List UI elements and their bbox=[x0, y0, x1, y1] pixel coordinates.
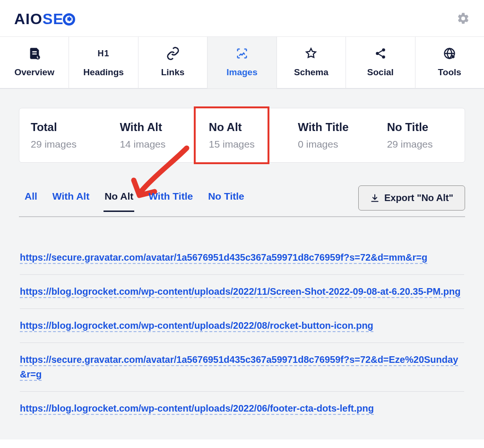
stat-sub: 29 images bbox=[31, 139, 97, 150]
tab-tools[interactable]: Tools bbox=[415, 37, 484, 88]
images-panel: Total 29 images With Alt 14 images No Al… bbox=[0, 89, 484, 439]
main-tabs: Overview H1 Headings Links Images Schema… bbox=[0, 37, 484, 89]
download-icon bbox=[370, 193, 380, 203]
svg-point-3 bbox=[382, 55, 385, 59]
tab-label: Headings bbox=[83, 67, 124, 78]
stat-title: With Alt bbox=[120, 121, 186, 134]
stat-sub: 29 images bbox=[387, 139, 453, 150]
logo-part-aio: AIO bbox=[14, 10, 43, 28]
settings-button[interactable] bbox=[457, 12, 470, 27]
logo-part-se: SE bbox=[43, 10, 64, 28]
filter-with-title[interactable]: With Title bbox=[147, 191, 194, 212]
link-icon bbox=[166, 46, 180, 61]
url-link[interactable]: https://blog.logrocket.com/wp-content/up… bbox=[20, 320, 373, 332]
tab-label: Tools bbox=[438, 67, 461, 78]
tab-label: Social bbox=[367, 67, 394, 78]
stat-title: With Title bbox=[298, 121, 364, 134]
svg-point-1 bbox=[382, 48, 385, 52]
list-item: https://secure.gravatar.com/avatar/1a567… bbox=[20, 343, 464, 392]
globe-icon bbox=[442, 46, 457, 61]
list-item: https://blog.logrocket.com/wp-content/up… bbox=[20, 275, 464, 309]
svg-point-0 bbox=[35, 55, 40, 60]
export-label: Export "No Alt" bbox=[384, 193, 453, 203]
stat-title: No Title bbox=[387, 121, 453, 134]
tab-label: Images bbox=[226, 67, 257, 78]
share-icon bbox=[373, 46, 388, 61]
stat-no-alt[interactable]: No Alt 15 images bbox=[198, 119, 286, 152]
url-link[interactable]: https://secure.gravatar.com/avatar/1a567… bbox=[20, 354, 458, 381]
stat-sub: 0 images bbox=[298, 139, 364, 150]
logo: AIOSE bbox=[14, 10, 75, 28]
filter-tabs: All With Alt No Alt With Title No Title bbox=[19, 191, 250, 211]
image-icon bbox=[235, 46, 249, 61]
overview-icon bbox=[27, 46, 42, 61]
tab-overview[interactable]: Overview bbox=[0, 37, 69, 88]
logo-gear-icon bbox=[63, 13, 75, 26]
tab-social[interactable]: Social bbox=[346, 37, 415, 88]
filter-no-title[interactable]: No Title bbox=[207, 191, 245, 212]
stat-title: Total bbox=[31, 121, 97, 134]
stat-sub: 14 images bbox=[120, 139, 186, 150]
tab-label: Overview bbox=[14, 67, 54, 78]
list-item: https://blog.logrocket.com/wp-content/up… bbox=[20, 309, 464, 343]
list-item: https://blog.logrocket.com/wp-content/up… bbox=[20, 392, 464, 425]
tab-schema[interactable]: Schema bbox=[277, 37, 346, 88]
stat-sub: 15 images bbox=[209, 139, 275, 150]
stat-no-title[interactable]: No Title 29 images bbox=[376, 119, 465, 152]
filter-row: All With Alt No Alt With Title No Title … bbox=[19, 185, 465, 217]
svg-point-2 bbox=[376, 52, 379, 55]
list-item: https://secure.gravatar.com/avatar/1a567… bbox=[20, 241, 464, 275]
tab-headings[interactable]: H1 Headings bbox=[69, 37, 138, 88]
stat-with-alt[interactable]: With Alt 14 images bbox=[108, 119, 197, 152]
image-stats-card: Total 29 images With Alt 14 images No Al… bbox=[19, 108, 465, 163]
stat-total[interactable]: Total 29 images bbox=[19, 119, 108, 152]
filter-no-alt[interactable]: No Alt bbox=[104, 191, 134, 212]
headings-icon: H1 bbox=[96, 46, 111, 61]
url-link[interactable]: https://blog.logrocket.com/wp-content/up… bbox=[20, 403, 374, 415]
top-bar: AIOSE bbox=[0, 0, 484, 37]
tab-images[interactable]: Images bbox=[207, 37, 277, 88]
url-link[interactable]: https://blog.logrocket.com/wp-content/up… bbox=[20, 286, 460, 298]
gear-icon bbox=[457, 12, 470, 25]
filter-with-alt[interactable]: With Alt bbox=[52, 191, 90, 212]
tab-label: Schema bbox=[294, 67, 328, 78]
stat-title: No Alt bbox=[209, 121, 275, 134]
star-icon bbox=[304, 46, 318, 61]
url-list: https://secure.gravatar.com/avatar/1a567… bbox=[19, 241, 465, 439]
stat-with-title[interactable]: With Title 0 images bbox=[286, 119, 375, 152]
tab-label: Links bbox=[161, 67, 185, 78]
tab-links[interactable]: Links bbox=[138, 37, 207, 88]
url-link[interactable]: https://secure.gravatar.com/avatar/1a567… bbox=[20, 252, 427, 264]
filter-all[interactable]: All bbox=[24, 191, 38, 212]
export-button[interactable]: Export "No Alt" bbox=[358, 185, 465, 211]
